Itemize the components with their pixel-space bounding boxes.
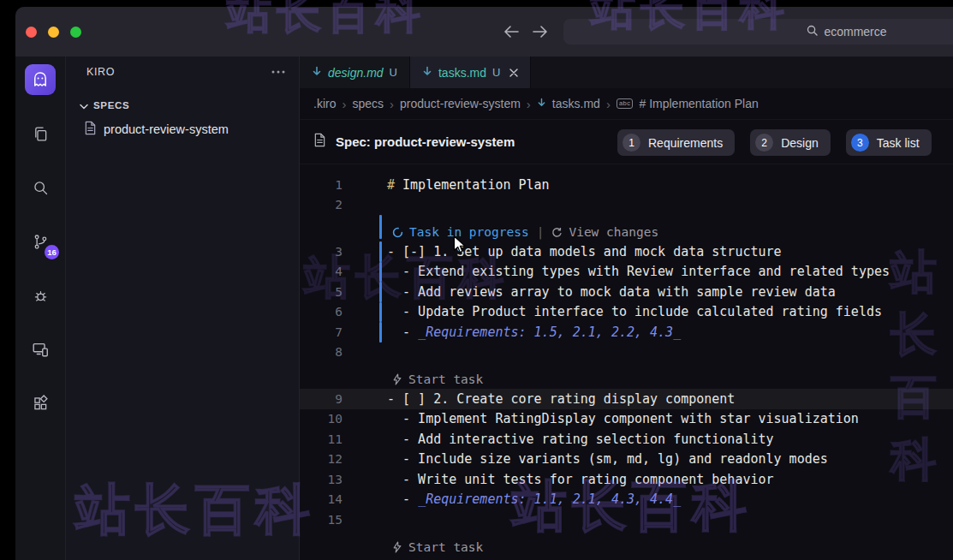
breadcrumb-specs[interactable]: specs bbox=[352, 97, 384, 110]
gutter-spacer bbox=[379, 409, 382, 430]
editor-rows: 1# Implementation Plan2Task in progress|… bbox=[300, 175, 953, 557]
titlebar: ecommerce bbox=[15, 7, 953, 57]
breadcrumb-separator: › bbox=[342, 97, 346, 111]
forward-icon[interactable] bbox=[533, 26, 548, 38]
step-task-list-button[interactable]: 3 Task list bbox=[846, 129, 932, 156]
explorer-icon[interactable] bbox=[21, 114, 60, 153]
line-number: 6 bbox=[300, 305, 351, 319]
code-text: - _Requirements: 1.5, 2.1, 2.2, 4.3_ bbox=[387, 325, 681, 340]
activity-bar: 16 bbox=[15, 57, 65, 560]
line-number: 2 bbox=[300, 198, 351, 211]
line-number: 3 bbox=[300, 245, 351, 259]
code-text: - Include size variants (sm, md, lg) and… bbox=[387, 451, 828, 467]
task-block-indicator-bar bbox=[379, 322, 382, 343]
line-number: 14 bbox=[300, 492, 351, 506]
gutter-spacer bbox=[379, 490, 382, 510]
task-block-indicator-bar bbox=[379, 241, 382, 262]
close-tab-icon[interactable] bbox=[509, 69, 518, 77]
breadcrumb-implementation-plan[interactable]: # Implementation Plan bbox=[639, 97, 758, 110]
symbol-string-icon: abc bbox=[616, 98, 634, 109]
code-line: 1# Implementation Plan bbox=[300, 175, 953, 195]
breadcrumb: .kiro › specs › product-review-system › … bbox=[300, 88, 953, 119]
gutter-spacer bbox=[379, 343, 382, 363]
code-text: # Implementation Plan bbox=[387, 177, 550, 193]
start-task-lens-link[interactable]: Start task bbox=[392, 540, 483, 554]
line-number: 7 bbox=[300, 325, 351, 339]
breadcrumb-kiro[interactable]: .kiro bbox=[313, 97, 336, 110]
close-window-button[interactable] bbox=[26, 27, 37, 38]
search-sidebar-icon[interactable] bbox=[21, 168, 60, 207]
line-number: 13 bbox=[300, 473, 351, 486]
extensions-icon[interactable] bbox=[21, 384, 60, 423]
line-number: 15 bbox=[300, 513, 351, 527]
step-label: Design bbox=[781, 136, 819, 150]
code-line: 11 - Add interactive rating selection fu… bbox=[300, 429, 953, 450]
back-icon[interactable] bbox=[503, 26, 519, 38]
code-line: 6 - Update Product interface to include … bbox=[300, 302, 953, 323]
task-in-progress-lens-link[interactable]: Task in progress bbox=[392, 225, 529, 239]
tab-design-md[interactable]: design.md U bbox=[300, 57, 410, 88]
device-preview-icon[interactable] bbox=[21, 330, 60, 369]
line-number: 1 bbox=[300, 178, 351, 192]
line-number: 8 bbox=[300, 345, 351, 359]
step-design-button[interactable]: 2 Design bbox=[750, 129, 831, 156]
code-lens-row: Task in progress|View changes bbox=[300, 215, 953, 241]
sidebar-item-product-review-system[interactable]: product-review-system bbox=[66, 116, 299, 141]
task-block-indicator-bar bbox=[379, 302, 382, 323]
tab-tasks-md[interactable]: tasks.md U bbox=[410, 57, 531, 88]
spec-file-icon bbox=[313, 133, 326, 151]
code-text: - Extend existing types with Review inte… bbox=[387, 264, 890, 279]
spec-title: Spec: product-review-system bbox=[336, 134, 515, 149]
lens-separator: | bbox=[537, 225, 545, 239]
code-line: 9- [ ] 2. Create core rating display com… bbox=[300, 389, 953, 409]
kiro-logo[interactable] bbox=[25, 64, 56, 95]
code-line: 7 - _Requirements: 1.5, 2.1, 2.2, 4.3_ bbox=[300, 322, 953, 343]
line-number: 4 bbox=[300, 265, 351, 278]
spec-file-icon bbox=[84, 121, 97, 138]
traffic-lights bbox=[15, 27, 81, 38]
breadcrumb-separator: › bbox=[390, 97, 394, 111]
view-changes-lens-link[interactable]: View changes bbox=[551, 225, 658, 239]
line-number: 11 bbox=[300, 432, 351, 446]
source-control-icon[interactable]: 16 bbox=[21, 222, 60, 261]
step-label: Requirements bbox=[648, 136, 723, 150]
breadcrumb-separator: › bbox=[527, 97, 531, 111]
ide-window: ecommerce 16 bbox=[15, 7, 953, 560]
step-requirements-button[interactable]: 1 Requirements bbox=[617, 129, 735, 156]
search-icon bbox=[807, 25, 818, 39]
line-number: 5 bbox=[300, 285, 351, 299]
code-line: 5 - Add reviews array to mock data with … bbox=[300, 282, 953, 302]
markdown-file-icon bbox=[422, 66, 432, 80]
debug-icon[interactable] bbox=[21, 276, 60, 315]
breadcrumb-tasks-md[interactable]: tasks.md bbox=[552, 97, 600, 110]
code-line: 12 - Include size variants (sm, md, lg) … bbox=[300, 450, 953, 470]
code-editor[interactable]: 1# Implementation Plan2Task in progress|… bbox=[300, 164, 953, 560]
search-input[interactable]: ecommerce bbox=[563, 19, 953, 45]
gutter-spacer bbox=[379, 175, 382, 195]
code-line: 4 - Extend existing types with Review in… bbox=[300, 262, 953, 283]
breadcrumb-product-review-system[interactable]: product-review-system bbox=[400, 97, 521, 110]
minimize-window-button[interactable] bbox=[48, 27, 59, 38]
gutter-spacer bbox=[379, 389, 382, 409]
more-actions-icon[interactable] bbox=[271, 70, 285, 74]
screen: ecommerce 16 bbox=[0, 0, 953, 560]
start-task-lens-link[interactable]: Start task bbox=[392, 372, 483, 386]
code-text: - Add reviews array to mock data with sa… bbox=[387, 284, 836, 300]
code-line: 13 - Write unit tests for rating compone… bbox=[300, 469, 953, 490]
code-text: - [-] 1. Set up data models and mock dat… bbox=[387, 244, 782, 259]
sidebar-section-specs[interactable]: SPECS bbox=[66, 94, 299, 116]
code-line: 8 bbox=[300, 343, 953, 363]
task-block-indicator-bar bbox=[379, 215, 382, 239]
zap-icon bbox=[392, 541, 402, 553]
section-label: SPECS bbox=[93, 100, 130, 110]
breadcrumb-separator: › bbox=[606, 97, 611, 111]
code-line: 10 - Implement RatingDisplay component w… bbox=[300, 409, 953, 430]
gutter-spacer bbox=[379, 450, 382, 470]
code-text: - _Requirements: 1.1, 2.1, 4.3, 4.4_ bbox=[387, 491, 681, 507]
code-lens-row: Start task bbox=[300, 362, 953, 389]
task-block-indicator-bar bbox=[379, 282, 382, 302]
line-number: 12 bbox=[300, 452, 351, 466]
chevron-down-icon bbox=[80, 98, 88, 113]
zoom-window-button[interactable] bbox=[70, 27, 81, 38]
search-query: ecommerce bbox=[824, 25, 886, 39]
